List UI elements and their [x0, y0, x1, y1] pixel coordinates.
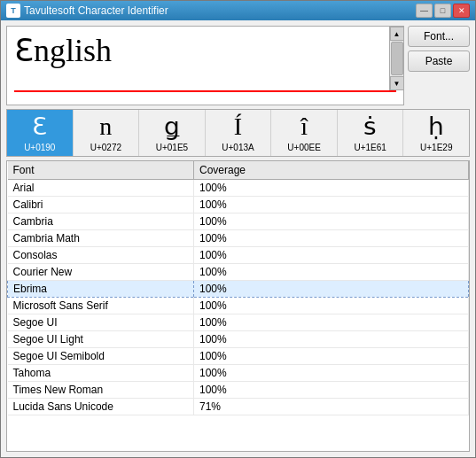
- table-row[interactable]: Segoe UI100%: [8, 314, 469, 330]
- char-glyph-6: ḥ: [428, 113, 444, 141]
- window-title: Tavultesoft Character Identifier: [24, 4, 416, 17]
- table-row[interactable]: Arial100%: [8, 179, 469, 196]
- font-name: Microsoft Sans Serif: [8, 297, 194, 314]
- table-row[interactable]: Courier New100%: [8, 263, 469, 280]
- char-cell-4[interactable]: îU+00EE: [271, 110, 338, 156]
- font-name: Arial: [8, 179, 194, 196]
- char-glyph-5: ṡ: [363, 113, 377, 141]
- table-row[interactable]: Ebrima100%: [8, 280, 469, 297]
- font-coverage: 100%: [194, 314, 469, 330]
- font-table: Font Coverage Arial100%Calibri100%Cambri…: [7, 161, 469, 415]
- font-name: Ebrima: [8, 280, 194, 297]
- char-code-2: U+01E5: [156, 143, 188, 152]
- titlebar-buttons: — □ ✕: [416, 4, 470, 18]
- table-row[interactable]: Tahoma100%: [8, 364, 469, 381]
- font-coverage: 100%: [194, 246, 469, 263]
- scroll-thumb[interactable]: [391, 42, 403, 75]
- font-name: Times New Roman: [8, 381, 194, 398]
- char-code-1: U+0272: [90, 143, 121, 152]
- minimize-button[interactable]: —: [416, 4, 433, 18]
- font-coverage: 100%: [194, 280, 469, 297]
- font-name: Segoe UI Light: [8, 330, 194, 347]
- font-coverage: 100%: [194, 297, 469, 314]
- char-code-5: U+1E61: [354, 143, 386, 152]
- app-icon: T: [6, 4, 20, 18]
- top-section: ▲ ▼ Font... Paste: [6, 26, 470, 105]
- chars-strip: ƐU+0190nU+0272ǥU+01E5ÍU+013AîU+00EEṡU+1E…: [6, 109, 470, 157]
- char-glyph-2: ǥ: [164, 113, 180, 141]
- font-coverage: 100%: [194, 229, 469, 246]
- font-name: Lucida Sans Unicode: [8, 398, 194, 415]
- maximize-button[interactable]: □: [434, 4, 451, 18]
- right-buttons: Font... Paste: [408, 26, 470, 105]
- table-row[interactable]: Cambria100%: [8, 213, 469, 229]
- table-row[interactable]: Times New Roman100%: [8, 381, 469, 398]
- font-coverage: 71%: [194, 398, 469, 415]
- font-coverage: 100%: [194, 179, 469, 196]
- main-window: T Tavultesoft Character Identifier — □ ✕…: [0, 0, 476, 458]
- font-name: Segoe UI Semibold: [8, 347, 194, 364]
- table-row[interactable]: Consolas100%: [8, 246, 469, 263]
- table-row[interactable]: Segoe UI Semibold100%: [8, 347, 469, 364]
- col-font: Font: [8, 161, 194, 180]
- text-input-area: ▲ ▼: [6, 26, 404, 105]
- font-coverage: 100%: [194, 381, 469, 398]
- col-coverage: Coverage: [194, 161, 469, 180]
- font-name: Segoe UI: [8, 314, 194, 330]
- titlebar: T Tavultesoft Character Identifier — □ ✕: [1, 1, 475, 20]
- char-cell-0[interactable]: ƐU+0190: [7, 110, 74, 156]
- char-cell-1[interactable]: nU+0272: [74, 110, 140, 156]
- scroll-up-arrow[interactable]: ▲: [390, 27, 404, 41]
- paste-button[interactable]: Paste: [408, 50, 470, 72]
- font-name: Tahoma: [8, 364, 194, 381]
- char-cell-6[interactable]: ḥU+1E29: [403, 110, 469, 156]
- table-row[interactable]: Calibri100%: [8, 196, 469, 213]
- table-row[interactable]: Segoe UI Light100%: [8, 330, 469, 347]
- char-cell-5[interactable]: ṡU+1E61: [338, 110, 404, 156]
- table-row[interactable]: Cambria Math100%: [8, 229, 469, 246]
- font-coverage: 100%: [194, 364, 469, 381]
- font-coverage: 100%: [194, 263, 469, 280]
- char-glyph-0: Ɛ: [32, 113, 47, 141]
- char-glyph-1: n: [99, 113, 112, 141]
- table-scroll[interactable]: Font Coverage Arial100%Calibri100%Cambri…: [7, 161, 469, 451]
- char-code-4: U+00EE: [287, 143, 321, 152]
- char-code-6: U+1E29: [420, 143, 452, 152]
- font-coverage: 100%: [194, 213, 469, 229]
- close-button[interactable]: ✕: [453, 4, 470, 18]
- table-row[interactable]: Lucida Sans Unicode71%: [8, 398, 469, 415]
- char-cell-2[interactable]: ǥU+01E5: [139, 110, 206, 156]
- table-row[interactable]: Microsoft Sans Serif100%: [8, 297, 469, 314]
- font-name: Calibri: [8, 196, 194, 213]
- font-name: Cambria: [8, 213, 194, 229]
- scroll-down-arrow[interactable]: ▼: [390, 76, 404, 90]
- main-content: ▲ ▼ Font... Paste ƐU+0190nU+0272ǥU+01E5Í…: [1, 20, 475, 457]
- font-coverage: 100%: [194, 196, 469, 213]
- font-coverage: 100%: [194, 330, 469, 347]
- font-table-section: Font Coverage Arial100%Calibri100%Cambri…: [6, 160, 470, 452]
- char-cell-3[interactable]: ÍU+013A: [206, 110, 272, 156]
- char-glyph-4: î: [300, 113, 308, 141]
- font-coverage: 100%: [194, 347, 469, 364]
- font-name: Courier New: [8, 263, 194, 280]
- char-glyph-3: Í: [234, 113, 242, 141]
- font-name: Consolas: [8, 246, 194, 263]
- font-button[interactable]: Font...: [408, 26, 470, 47]
- char-code-3: U+013A: [222, 143, 254, 152]
- font-name: Cambria Math: [8, 229, 194, 246]
- text-scrollbar[interactable]: ▲ ▼: [389, 27, 403, 90]
- text-input[interactable]: [7, 27, 389, 89]
- char-code-0: U+0190: [24, 143, 55, 152]
